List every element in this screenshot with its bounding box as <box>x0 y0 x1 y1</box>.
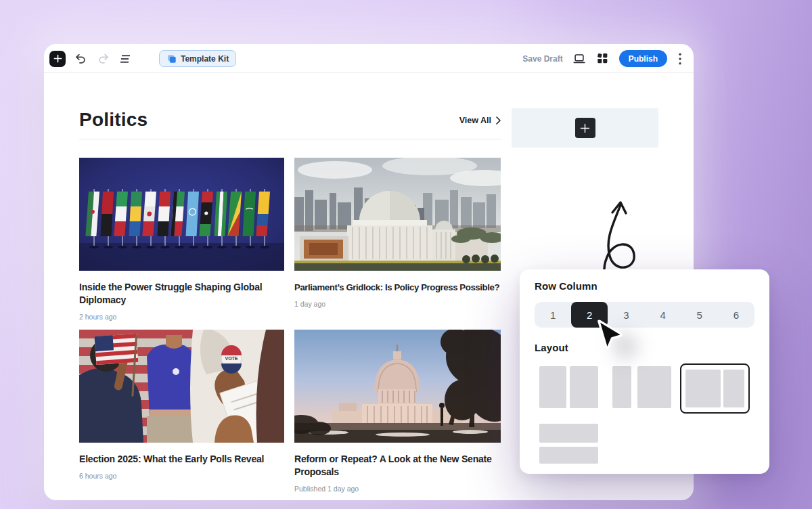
article-image-flags <box>79 158 284 271</box>
column-option-5[interactable]: 5 <box>681 302 718 328</box>
undo-button[interactable] <box>73 51 88 66</box>
layers-menu-button[interactable] <box>118 51 133 66</box>
column-option-3[interactable]: 3 <box>608 302 644 328</box>
publish-button[interactable]: Publish <box>619 50 667 67</box>
layout-option-wide-narrow-selected[interactable] <box>680 363 750 414</box>
article-card[interactable]: Parliament’s Gridlock: Is Policy Progres… <box>294 158 501 308</box>
layout-label: Layout <box>535 342 568 353</box>
more-options-button[interactable] <box>676 51 684 66</box>
kebab-menu-icon <box>679 53 681 65</box>
section-divider <box>79 139 501 139</box>
article-card[interactable]: VOTE Election 2025: What the Early Polls… <box>79 330 284 480</box>
widgets-button[interactable] <box>595 51 610 66</box>
template-kit-button[interactable]: Template Kit <box>159 50 236 67</box>
view-all-link[interactable]: View All <box>459 116 501 125</box>
article-title: Election 2025: What the Early Polls Reve… <box>79 453 284 466</box>
page-title: Politics <box>79 109 148 131</box>
article-meta: 6 hours ago <box>79 472 284 480</box>
layout-option-narrow-wide[interactable] <box>612 366 671 408</box>
article-title: Reform or Repeat? A Look at the New Sena… <box>294 453 501 479</box>
article-title: Parliament’s Gridlock: Is Policy Progres… <box>294 281 501 294</box>
article-meta: 2 hours ago <box>79 313 284 321</box>
article-image-parliament <box>294 158 501 271</box>
plus-icon <box>580 123 590 133</box>
column-option-2-selected[interactable]: 2 <box>571 302 608 328</box>
template-kit-icon <box>166 53 177 64</box>
redo-button[interactable] <box>95 51 110 66</box>
template-kit-label: Template Kit <box>181 54 229 64</box>
article-title: Inside the Power Struggle Shaping Global… <box>79 281 284 307</box>
row-column-label: Row Column <box>535 280 597 292</box>
article-image-voters: VOTE <box>79 330 284 443</box>
redo-icon <box>97 52 110 65</box>
chevron-right-icon <box>496 116 501 125</box>
column-count-segment: 1 2 3 4 5 6 <box>535 302 754 328</box>
article-image-capitol <box>294 330 501 443</box>
layout-option-equal-columns[interactable] <box>539 366 598 408</box>
row-column-panel: Row Column 1 2 3 4 5 6 Layout <box>520 269 769 474</box>
vote-sticker-text: VOTE <box>225 356 238 361</box>
add-block-button[interactable] <box>49 51 66 67</box>
layout-option-stacked-rows[interactable] <box>539 424 598 464</box>
add-row-strip <box>512 108 658 148</box>
device-preview-button[interactable] <box>572 51 587 66</box>
article-card[interactable]: Inside the Power Struggle Shaping Global… <box>79 158 284 321</box>
plus-icon <box>53 54 62 63</box>
laptop-icon <box>572 52 586 66</box>
column-option-1[interactable]: 1 <box>535 302 571 328</box>
widgets-icon <box>596 52 609 65</box>
list-icon <box>118 52 132 66</box>
undo-icon <box>74 52 87 65</box>
save-draft-button[interactable]: Save Draft <box>522 54 562 64</box>
article-meta: Published 1 day ago <box>294 485 501 493</box>
column-option-4[interactable]: 4 <box>645 302 681 328</box>
add-row-button[interactable] <box>575 118 595 138</box>
column-option-6[interactable]: 6 <box>718 302 754 328</box>
editor-toolbar: Template Kit Save Draft Publish <box>44 44 694 73</box>
article-card[interactable]: Reform or Repeat? A Look at the New Sena… <box>294 330 501 493</box>
view-all-label: View All <box>459 116 491 125</box>
article-meta: 1 day ago <box>294 300 501 308</box>
